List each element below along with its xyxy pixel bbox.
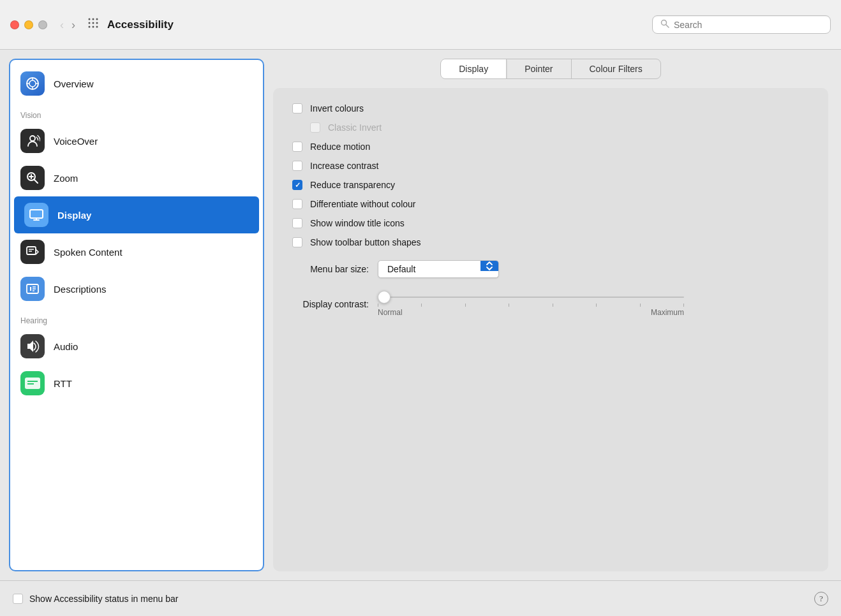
show-status-checkbox[interactable]: [13, 594, 23, 604]
show-window-title-label: Show window title icons: [310, 218, 405, 228]
differentiate-row: Differentiate without colour: [292, 199, 809, 209]
sidebar-item-overview[interactable]: Overview: [10, 65, 263, 102]
search-icon: [660, 19, 669, 30]
invert-colours-checkbox[interactable]: [292, 103, 302, 114]
slider-thumb[interactable]: [378, 291, 391, 304]
page-title: Accessibility: [107, 18, 652, 31]
tab-pointer[interactable]: Pointer: [507, 59, 571, 78]
display-contrast-row: Display contrast:: [292, 291, 809, 317]
slider-normal-label: Normal: [378, 308, 403, 317]
show-status-label: Show Accessibility status in menu bar: [29, 594, 178, 604]
content-box: Invert colours Classic Invert Reduce mot…: [273, 88, 828, 571]
invert-colours-label: Invert colours: [310, 103, 364, 114]
svg-point-5: [96, 22, 98, 24]
show-status-row: Show Accessibility status in menu bar: [13, 594, 178, 604]
zoom-icon: [20, 166, 45, 190]
menu-bar-size-value: Default: [378, 261, 480, 277]
classic-invert-row: Classic Invert: [310, 122, 809, 133]
classic-invert-checkbox[interactable]: [310, 122, 320, 133]
slider-maximum-label: Maximum: [651, 308, 684, 317]
search-box[interactable]: [652, 15, 831, 34]
window-controls: [10, 20, 47, 29]
audio-icon: [20, 334, 45, 358]
increase-contrast-row: Increase contrast: [292, 161, 809, 171]
differentiate-label: Differentiate without colour: [310, 199, 416, 209]
differentiate-checkbox[interactable]: [292, 199, 302, 209]
svg-point-8: [96, 26, 98, 28]
sidebar-item-voiceover[interactable]: VoiceOver: [10, 122, 263, 159]
reduce-motion-label: Reduce motion: [310, 142, 370, 152]
svg-point-0: [89, 18, 91, 20]
slider-tick: [378, 304, 378, 307]
show-window-title-row: Show window title icons: [292, 218, 809, 228]
slider-ticks: [378, 304, 684, 307]
select-arrows-icon[interactable]: [480, 261, 498, 271]
slider-tick: [553, 304, 553, 307]
slider-track-wrapper[interactable]: [378, 291, 684, 304]
main-content: Overview Vision VoiceOver: [0, 50, 841, 580]
detail-panel: Display Pointer Colour Filters Invert co…: [264, 50, 841, 580]
sidebar-display-label: Display: [57, 210, 91, 221]
sidebar-zoom-label: Zoom: [54, 173, 78, 184]
reduce-transparency-checkbox[interactable]: [292, 180, 302, 190]
svg-rect-22: [30, 210, 43, 218]
minimize-button[interactable]: [24, 20, 33, 29]
show-toolbar-checkbox[interactable]: [292, 237, 302, 247]
slider-tick: [596, 304, 597, 307]
help-button[interactable]: ?: [814, 592, 828, 606]
sidebar-item-zoom[interactable]: Zoom: [10, 159, 263, 196]
svg-line-19: [34, 180, 38, 184]
svg-rect-25: [27, 247, 36, 254]
forward-button[interactable]: ›: [69, 18, 78, 32]
svg-point-17: [30, 136, 35, 141]
reduce-motion-checkbox[interactable]: [292, 142, 302, 152]
slider-tick: [509, 304, 509, 307]
svg-point-2: [96, 18, 98, 20]
classic-invert-label: Classic Invert: [328, 122, 382, 133]
sidebar-item-rtt[interactable]: RTT: [10, 365, 263, 402]
invert-colours-row: Invert colours: [292, 103, 809, 114]
overview-icon: [20, 71, 45, 96]
tab-bar: Display Pointer Colour Filters: [273, 59, 828, 79]
menu-bar-size-row: Menu bar size: Default: [292, 260, 809, 278]
menu-bar-size-select[interactable]: Default: [378, 260, 499, 278]
slider-track: [378, 297, 684, 298]
increase-contrast-label: Increase contrast: [310, 161, 378, 171]
sidebar-item-spoken-content[interactable]: Spoken Content: [10, 233, 263, 270]
tab-group: Display Pointer Colour Filters: [440, 59, 661, 79]
display-contrast-label: Display contrast:: [292, 299, 369, 309]
grid-icon[interactable]: [87, 17, 100, 33]
sidebar-item-overview-label: Overview: [54, 78, 94, 89]
display-icon: [24, 203, 48, 227]
tab-display[interactable]: Display: [441, 59, 507, 78]
svg-point-6: [89, 26, 91, 28]
reduce-transparency-row: Reduce transparency: [292, 180, 809, 190]
slider-tick: [421, 304, 422, 307]
svg-point-7: [93, 26, 94, 28]
slider-tick: [465, 304, 466, 307]
sidebar-item-audio[interactable]: Audio: [10, 328, 263, 365]
maximize-button[interactable]: [38, 20, 47, 29]
hearing-section-header: Hearing: [10, 307, 263, 328]
increase-contrast-checkbox[interactable]: [292, 161, 302, 171]
sidebar-descriptions-label: Descriptions: [54, 284, 107, 295]
tab-colour-filters[interactable]: Colour Filters: [572, 59, 660, 78]
bottom-bar: Show Accessibility status in menu bar ?: [0, 580, 841, 616]
show-window-title-checkbox[interactable]: [292, 218, 302, 228]
svg-point-3: [89, 22, 91, 24]
rtt-icon: [20, 371, 45, 395]
sidebar-item-display[interactable]: Display: [14, 196, 259, 233]
nav-arrows: ‹ ›: [57, 18, 78, 32]
back-button[interactable]: ‹: [57, 18, 66, 32]
slider-tick: [640, 304, 641, 307]
close-button[interactable]: [10, 20, 19, 29]
reduce-transparency-label: Reduce transparency: [310, 180, 395, 190]
sidebar-item-descriptions[interactable]: Descriptions: [10, 270, 263, 307]
search-input[interactable]: [674, 20, 822, 30]
svg-point-4: [93, 22, 94, 24]
sidebar-spoken-content-label: Spoken Content: [54, 247, 123, 258]
reduce-motion-row: Reduce motion: [292, 142, 809, 152]
spoken-content-icon: [20, 240, 45, 264]
menu-bar-size-label: Menu bar size:: [292, 264, 369, 274]
svg-point-12: [29, 80, 36, 87]
